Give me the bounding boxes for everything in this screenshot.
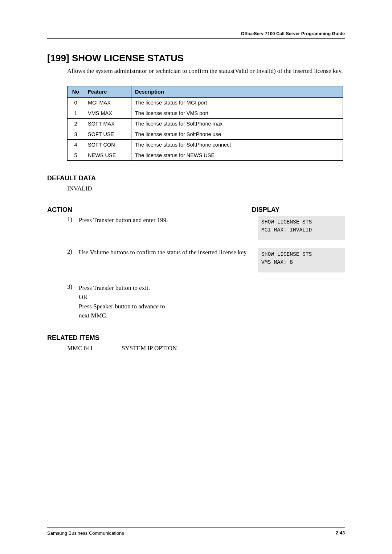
table-cell-description: The license status for SoftPhone connect <box>131 139 343 150</box>
step-line: OR <box>79 292 165 302</box>
table-row: 2 SOFT MAX The license status for SoftPh… <box>68 118 343 129</box>
display-box: SHOW LICENSE STS MGI MAX: INVALID <box>258 216 345 240</box>
related-items-heading: RELATED ITEMS <box>47 334 345 342</box>
table-cell-no: 0 <box>68 97 84 108</box>
table-row: 5 NEWS USE The license status for NEWS U… <box>68 150 343 160</box>
page-content: [199] SHOW LICENSE STATUS Allows the sys… <box>47 53 345 352</box>
table-header-description: Description <box>131 86 343 97</box>
table-cell-feature: SOFT CON <box>84 139 131 150</box>
table-cell-feature: SOFT MAX <box>84 118 131 129</box>
table-cell-description: The license status for NEWS USE <box>131 150 343 160</box>
table-cell-feature: VMS MAX <box>84 108 131 118</box>
step-line: Press Speaker button to advance to <box>79 302 165 311</box>
related-label: SYSTEM IP OPTION <box>122 345 177 352</box>
table-header-row: No Feature Description <box>68 86 343 97</box>
step-number: 3) <box>67 283 79 291</box>
table-header-no: No <box>68 86 84 97</box>
step-3: 3) Press Transfer button to exit. OR Pre… <box>67 283 345 320</box>
page-footer: Samsung Business Communications 2-43 <box>47 530 345 536</box>
table-cell-no: 5 <box>68 150 84 160</box>
related-items-body: MMC 841 SYSTEM IP OPTION <box>67 345 345 352</box>
section-title: [199] SHOW LICENSE STATUS <box>47 53 345 64</box>
section-intro: Allows the system administrator or techn… <box>67 67 345 76</box>
footer-page-number: 2-43 <box>336 530 345 536</box>
table-cell-description: The license status for SoftPhone use <box>131 129 343 139</box>
display-box: SHOW LICENSE STS VMS MAX: 8 <box>258 248 345 272</box>
step-1: 1) Press Transfer button and enter 199. … <box>67 216 345 240</box>
header-doc-title: OfficeServ 7100 Call Server Programming … <box>241 31 345 36</box>
table-cell-description: The license status for VMS port <box>131 108 343 118</box>
table-row: 4 SOFT CON The license status for SoftPh… <box>68 139 343 150</box>
action-display-headings: ACTION DISPLAY <box>47 206 345 214</box>
step-text: Use Volume buttons to confirm the status… <box>79 248 258 257</box>
table-row: 0 MGI MAX The license status for MGI por… <box>68 97 343 108</box>
footer-rule <box>47 528 345 528</box>
table-row: 1 VMS MAX The license status for VMS por… <box>68 108 343 118</box>
table-cell-no: 4 <box>68 139 84 150</box>
step-line: Press Transfer button to exit. <box>79 283 165 293</box>
footer-left: Samsung Business Communications <box>47 530 124 536</box>
related-code: MMC 841 <box>67 345 122 352</box>
table-cell-feature: MGI MAX <box>84 97 131 108</box>
default-data-heading: DEFAULT DATA <box>47 175 345 182</box>
step-text: Press Transfer button and enter 199. <box>79 216 258 225</box>
table-row: 3 SOFT USE The license status for SoftPh… <box>68 129 343 139</box>
step-number: 2) <box>67 248 79 255</box>
table-cell-description: The license status for MGI port <box>131 97 343 108</box>
table-cell-no: 3 <box>68 129 84 139</box>
steps-list: 1) Press Transfer button and enter 199. … <box>67 216 345 320</box>
action-heading: ACTION <box>47 206 72 214</box>
table-cell-description: The license status for SoftPhone max <box>131 118 343 129</box>
table-cell-feature: SOFT USE <box>84 129 131 139</box>
feature-table: No Feature Description 0 MGI MAX The lic… <box>67 86 343 161</box>
step-line: next MMC. <box>79 311 165 320</box>
display-heading: DISPLAY <box>252 206 279 214</box>
step-number: 1) <box>67 216 79 223</box>
step-2: 2) Use Volume buttons to confirm the sta… <box>67 248 345 272</box>
table-cell-no: 2 <box>68 118 84 129</box>
table-cell-no: 1 <box>68 108 84 118</box>
table-cell-feature: NEWS USE <box>84 150 131 160</box>
default-data-value: INVALID <box>67 185 345 192</box>
table-header-feature: Feature <box>84 86 131 97</box>
header-rule <box>47 38 345 39</box>
step-text: Press Transfer button to exit. OR Press … <box>79 283 165 320</box>
